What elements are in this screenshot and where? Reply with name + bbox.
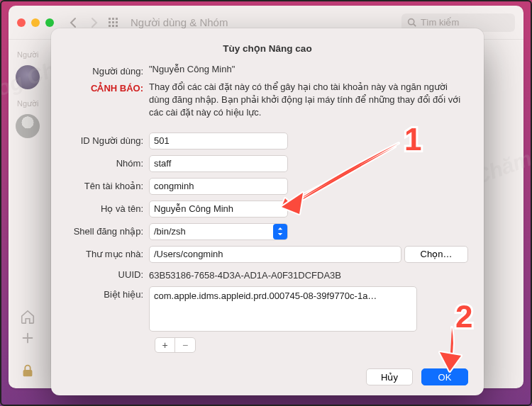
sheet-title: Tùy chọn Nâng cao [67,43,468,54]
minimize-window-icon[interactable] [31,18,40,27]
alias-buttons: + − [155,337,196,353]
lock-icon[interactable] [20,363,35,378]
aliases-label: Biệt hiệu: [67,286,149,300]
back-icon[interactable] [67,16,81,30]
user-label: Người dùng: [67,64,149,77]
advanced-options-sheet: Tùy chọn Nâng cao Người dùng: "Nguyễn Cô… [51,28,484,395]
search-placeholder: Tìm kiếm [421,17,459,28]
shell-combo[interactable] [149,223,288,240]
svg-rect-2 [116,18,118,20]
userid-input[interactable] [149,132,288,150]
choose-button[interactable]: Chọn… [404,246,468,263]
svg-rect-3 [109,21,111,23]
search-icon [407,18,416,27]
svg-rect-6 [109,25,111,27]
svg-rect-4 [112,21,114,23]
homedir-input[interactable] [149,246,401,263]
svg-rect-5 [116,21,118,23]
svg-rect-0 [109,18,111,20]
uuid-label: UUID: [67,269,149,280]
close-window-icon[interactable] [17,18,26,27]
fullname-input[interactable] [149,201,288,218]
svg-rect-1 [112,18,114,20]
grid-icon[interactable] [106,16,121,30]
avatar [16,65,40,89]
zoom-window-icon[interactable] [45,18,54,27]
uuid-value: 63B53186-7658-4D3A-AD1A-A0F31DCFDA3B [149,269,341,281]
remove-alias-button[interactable]: − [175,338,195,352]
add-alias-button[interactable]: + [155,338,175,352]
svg-point-9 [409,19,414,25]
userid-label: ID Người dùng: [67,135,149,146]
ok-button[interactable]: OK [421,368,468,385]
group-input[interactable] [149,155,288,172]
user-value: "Nguyễn Công Minh" [149,64,468,74]
plus-icon[interactable] [20,330,35,346]
group-label: Nhóm: [67,158,149,169]
warning-label: CẢNH BÁO: [67,81,149,94]
avatar [16,114,40,138]
cancel-button[interactable]: Hủy [366,368,413,385]
aliases-list[interactable]: com.apple.idms.appleid.prd.000745-08-39f… [149,286,417,332]
window-title: Người dùng & Nhóm [131,16,228,29]
fullname-label: Họ và tên: [67,203,149,214]
homedir-label: Thư mục nhà: [67,249,149,259]
svg-rect-10 [23,370,33,376]
home-icon[interactable] [20,309,35,325]
account-name-label: Tên tài khoản: [67,181,149,191]
forward-icon[interactable] [87,16,101,30]
sidebar-footer [9,317,51,388]
warning-text: Thay đổi các cài đặt này có thể gây hại … [149,81,468,120]
account-name-input [149,178,288,195]
window-controls [17,18,54,27]
shell-label: Shell đăng nhập: [67,226,149,237]
shell-dropdown-icon[interactable] [273,224,287,239]
svg-rect-7 [112,25,114,27]
svg-rect-8 [116,25,118,27]
